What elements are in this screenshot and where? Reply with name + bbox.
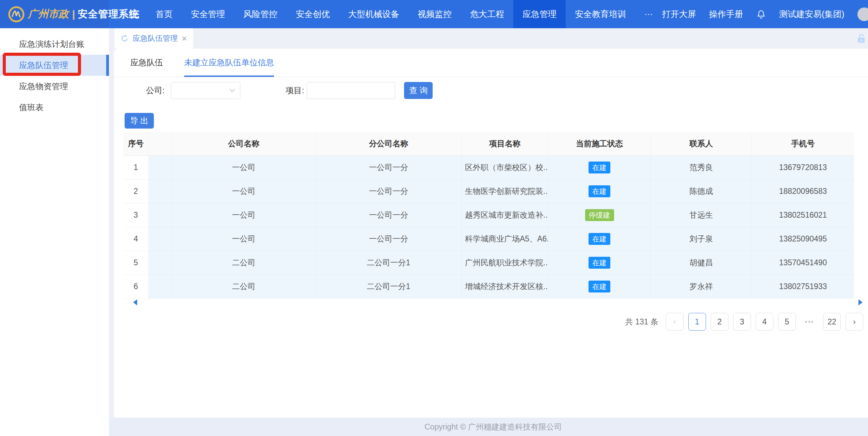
cell-company: 一公司 (172, 203, 316, 227)
cell-contact: 范秀良 (651, 156, 752, 180)
cell-contact: 陈德成 (651, 180, 752, 203)
subtab-emergency-team[interactable]: 应急队伍 (130, 49, 163, 77)
table: 序号 公司名称 分公司名称 项目名称 当前施工状态 联系人 手机号 1 一公司 … (123, 132, 863, 305)
pagination-total: 共 131 条 (625, 317, 658, 327)
bell-icon[interactable] (756, 9, 766, 19)
nav-item-safety-excellence[interactable]: 安全创优 (287, 0, 339, 28)
cell-contact: 甘远生 (651, 203, 752, 227)
sidebar-item-emergency-team-mgmt[interactable]: 应急队伍管理 (0, 55, 109, 76)
scroll-right-icon[interactable] (858, 299, 863, 305)
col-header-branch: 分公司名称 (316, 132, 462, 156)
horizontal-scrollbar[interactable] (132, 299, 863, 305)
pagination-page-1[interactable]: 1 (688, 313, 706, 331)
cell-phone: 13570451490 (752, 251, 854, 275)
pagination-page-22[interactable]: 22 (823, 313, 841, 331)
nav-item-large-machinery[interactable]: 大型机械设备 (339, 0, 408, 28)
tenant-selector[interactable]: 测试建安易(集团) (779, 9, 845, 20)
app-header: 广州市政 | 安全管理系统 首页 安全管理 风险管控 安全创优 大型机械设备 视… (0, 0, 868, 28)
cell-blank (149, 251, 172, 275)
subtabs: 应急队伍 未建立应急队伍单位信息 (114, 49, 868, 77)
refresh-icon[interactable] (120, 34, 129, 43)
cell-project: 科学城商业广场A5、A6... (462, 227, 548, 251)
cell-status: 在建 (548, 180, 651, 203)
content-card: 应急队伍 未建立应急队伍单位信息 公司: 项目: 查 询 导 出 序号 (114, 49, 868, 418)
pagination: 共 131 条 ‹ 1 2 3 4 5 ••• 22 › (114, 313, 863, 331)
cell-branch: 一公司一分 (316, 227, 462, 251)
cell-phone: 18820096583 (752, 180, 854, 203)
cell-status: 在建 (548, 156, 651, 180)
nav-item-video-monitor[interactable]: 视频监控 (408, 0, 461, 28)
cell-status: 停缓建 (548, 203, 651, 227)
sidebar-item-drill-plan-ledger[interactable]: 应急演练计划台账 (0, 34, 109, 55)
tab-label: 应急队伍管理 (133, 33, 178, 44)
logo-org-text: 广州市政 (28, 7, 69, 21)
tab-emergency-team-mgmt[interactable]: 应急队伍管理 × (114, 28, 193, 49)
nav-item-risk-control[interactable]: 风险管控 (234, 0, 287, 28)
cell-project: 生物医学创新研究院装... (462, 180, 548, 203)
cell-project: 越秀区城市更新改造补... (462, 203, 548, 227)
open-big-screen-link[interactable]: 打开大屏 (662, 9, 696, 20)
status-badge: 在建 (589, 162, 610, 173)
status-badge: 在建 (589, 257, 610, 269)
logo: 广州市政 | 安全管理系统 (0, 0, 109, 28)
sidebar-item-duty-roster[interactable]: 值班表 (0, 97, 109, 118)
cell-blank (149, 275, 172, 299)
project-input[interactable] (307, 82, 395, 99)
user-menu[interactable]: 市政集团安全部 (857, 7, 868, 21)
cell-blank (149, 203, 172, 227)
search-button[interactable]: 查 询 (404, 82, 433, 99)
cell-branch: 二公司一分1 (316, 251, 462, 275)
nav-item-more[interactable]: ··· (635, 0, 662, 28)
page-tabbar: 应急队伍管理 × (109, 28, 868, 49)
cell-phone: 13802751933 (752, 275, 854, 299)
project-label: 项目: (286, 85, 304, 96)
col-header-company: 公司名称 (172, 132, 316, 156)
pagination-page-5[interactable]: 5 (778, 313, 796, 331)
nav-item-safety-training[interactable]: 安全教育培训 (566, 0, 635, 28)
pagination-next-icon[interactable]: › (846, 313, 863, 331)
cell-project: 广州民航职业技术学院... (462, 251, 548, 275)
close-icon[interactable]: × (182, 34, 187, 43)
cell-phone: 13825090495 (752, 227, 854, 251)
company-select[interactable] (171, 82, 240, 99)
subtab-units-without-team[interactable]: 未建立应急队伍单位信息 (184, 49, 274, 77)
col-header-serial: 序号 (123, 132, 149, 156)
cell-serial: 5 (123, 251, 149, 275)
cell-phone: 13802516021 (752, 203, 854, 227)
col-header-phone: 手机号 (752, 132, 854, 156)
sidebar: 应急演练计划台账 应急队伍管理 应急物资管理 值班表 (0, 28, 109, 436)
cell-company: 一公司 (172, 180, 316, 203)
scroll-left-icon[interactable] (133, 299, 137, 305)
cell-project: 区外职（市柴校区）校... (462, 156, 548, 180)
nav-item-emergency-mgmt[interactable]: 应急管理 (513, 0, 566, 28)
menu-fold-icon[interactable] (129, 0, 140, 28)
cell-branch: 二公司一分1 (316, 275, 462, 299)
company-label: 公司: (146, 85, 165, 96)
cell-status: 在建 (548, 275, 651, 299)
cell-status: 在建 (548, 251, 651, 275)
pagination-page-4[interactable]: 4 (756, 313, 773, 331)
cell-contact: 胡健昌 (651, 251, 752, 275)
operation-manual-link[interactable]: 操作手册 (709, 9, 743, 20)
nav-item-home[interactable]: 首页 (146, 0, 182, 28)
cell-serial: 1 (123, 156, 149, 180)
logo-icon (7, 5, 25, 23)
cell-serial: 6 (123, 275, 149, 299)
pagination-page-3[interactable]: 3 (733, 313, 751, 331)
unlock-icon[interactable] (855, 32, 867, 45)
sidebar-item-emergency-supplies-mgmt[interactable]: 应急物资管理 (0, 76, 109, 97)
cell-project: 增城经济技术开发区核... (462, 275, 548, 299)
cell-branch: 一公司一分 (316, 203, 462, 227)
cell-branch: 一公司一分 (316, 180, 462, 203)
nav-item-safety-mgmt[interactable]: 安全管理 (182, 0, 234, 28)
cell-status: 在建 (548, 227, 651, 251)
col-header-contact: 联系人 (651, 132, 752, 156)
nav-item-major-projects[interactable]: 危大工程 (461, 0, 513, 28)
top-nav: 首页 安全管理 风险管控 安全创优 大型机械设备 视频监控 危大工程 应急管理 … (146, 0, 662, 28)
pagination-prev-icon[interactable]: ‹ (666, 313, 684, 331)
pagination-page-2[interactable]: 2 (711, 313, 728, 331)
main-area: 应急队伍管理 × 应急队伍 未建立应急队伍单位信息 公司: (109, 28, 868, 436)
copyright-text: Copyright © 广州穗建建造科技有限公司 (424, 422, 562, 432)
logo-divider: | (72, 9, 75, 20)
export-button[interactable]: 导 出 (125, 113, 154, 129)
